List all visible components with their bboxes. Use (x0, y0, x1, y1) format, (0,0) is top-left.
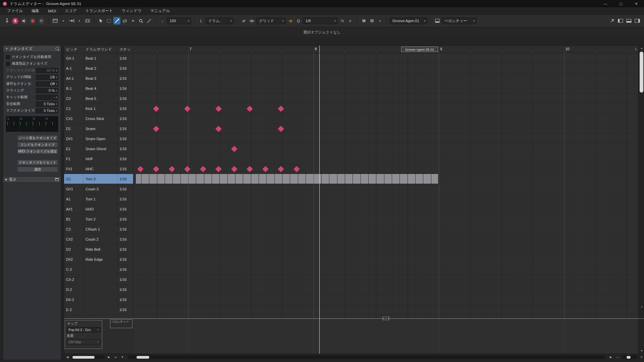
list-scrollbar-thumb[interactable] (72, 356, 95, 359)
drum-lane-row[interactable]: G1Tom 31/16 (64, 174, 133, 184)
drum-lane-row[interactable]: G#1Crash 31/16 (64, 184, 133, 194)
solo-button[interactable]: S (12, 18, 18, 24)
eraser-tool[interactable] (121, 17, 128, 24)
quantize-reset-button[interactable]: クオンタイズをリセット (17, 160, 58, 165)
list-scrollbar-track[interactable] (71, 355, 105, 359)
edited-part-dropdown[interactable]: Groove Agen.01 ▾ (390, 17, 427, 24)
drum-note[interactable] (137, 165, 144, 172)
stepper-down-icon[interactable]: ▾ (56, 84, 57, 85)
drum-lane-row[interactable]: C1Kick 11/16 (64, 104, 133, 114)
pointer-mode-dropdown[interactable]: ドラム. ▾ (206, 17, 234, 24)
event-colors-button[interactable] (368, 17, 375, 24)
lane-preset-dropdown-arrow[interactable]: ▼ (120, 355, 125, 360)
setup-window-button[interactable] (52, 17, 59, 24)
drum-lane-row[interactable]: G#-1Beat 11/16 (64, 53, 133, 63)
drum-lane-row[interactable]: C-21/16 (64, 264, 133, 275)
menu-item-4[interactable]: トランスポート (81, 7, 117, 14)
minimize-button[interactable]: — (598, 0, 613, 7)
grid-scrollbar-thumb[interactable] (137, 356, 149, 359)
drum-lane-row[interactable]: D#1Snare Open1/16 (64, 134, 133, 144)
controller-lane-grid[interactable] (133, 319, 638, 354)
menu-item-5[interactable]: ウィンドウ (117, 7, 146, 14)
open-quantize-panel-button[interactable]: e (347, 17, 354, 24)
drum-note[interactable] (183, 165, 191, 172)
loop-button[interactable]: ↻ (38, 18, 45, 24)
drum-lane-row[interactable]: D1Snare1/16 (64, 124, 133, 134)
drum-note[interactable] (246, 105, 253, 112)
quantize-preset-dropdown[interactable]: 1/8 ▾ (303, 17, 338, 24)
drum-lane-row[interactable]: E1Snare Ghost1/16 (64, 144, 133, 154)
drum-lane-row[interactable]: D#-21/16 (64, 295, 133, 305)
drum-lane-row[interactable]: B-1Beat 41/16 (64, 83, 133, 94)
drum-note[interactable] (293, 165, 300, 172)
field-value[interactable]: 0 %▴▾ (36, 88, 58, 93)
soft-quantize-checkbox[interactable] (6, 62, 10, 66)
drum-note[interactable] (230, 145, 237, 152)
drum-note[interactable] (183, 105, 191, 112)
drum-lane-row[interactable]: E-21/16 (64, 305, 133, 315)
length-section-header[interactable]: ▶ 長さ (3, 176, 61, 183)
drum-lane-row[interactable]: A-1Beat 21/16 (64, 63, 133, 73)
list-scroll-left-button[interactable]: ◀ (65, 355, 70, 360)
stepper-down-icon[interactable]: ▾ (56, 77, 57, 79)
snap-button[interactable] (248, 17, 255, 24)
field-value[interactable]: 0 Ticks▴▾ (36, 108, 58, 113)
note-grid[interactable] (133, 53, 638, 318)
pin-icon[interactable] (3, 17, 10, 24)
drum-note[interactable] (215, 165, 222, 172)
drum-lane-row[interactable]: A#1HHO1/16 (64, 204, 133, 214)
quantize-snap-icon[interactable]: −|+ (287, 17, 294, 24)
menu-item-0[interactable]: ファイル (3, 7, 27, 14)
mute-tool[interactable]: × (129, 17, 137, 24)
grid-type-dropdown[interactable]: グリッド ▾ (256, 17, 286, 24)
stepper-arrows[interactable]: ▴▾ (56, 69, 57, 72)
drum-note[interactable] (152, 105, 159, 112)
stepper-down-icon[interactable]: ▾ (56, 97, 57, 99)
event-colors-dropdown-arrow[interactable]: ▾ (376, 17, 383, 24)
vertical-scrollbar-thumb[interactable] (640, 52, 643, 93)
quantize-button-2[interactable]: MIDI クオンタイズを固定 (17, 148, 58, 154)
close-button[interactable]: × (629, 0, 644, 7)
vertical-scrollbar[interactable]: ▲ ● ▼ (638, 46, 644, 354)
auto-apply-checkbox[interactable] (6, 55, 10, 59)
scroll-up-button[interactable]: ▲ (639, 46, 644, 50)
drum-note[interactable] (246, 165, 253, 172)
record-button[interactable] (30, 18, 36, 24)
stepper-arrows[interactable]: ▴▾ (56, 109, 57, 112)
drum-lane-row[interactable]: F1HHF1/16 (64, 154, 133, 164)
part-borders-button[interactable] (84, 17, 91, 24)
zoom-slider-track[interactable] (622, 355, 637, 359)
setup-dropdown-arrow[interactable]: ▾ (60, 17, 67, 24)
stepper-down-icon[interactable]: ▾ (56, 90, 57, 92)
lane-resize-handle[interactable] (383, 317, 389, 320)
drum-note[interactable] (277, 165, 284, 172)
menu-item-6[interactable]: マニュアル (146, 7, 174, 14)
l-mode-button[interactable]: L (198, 17, 205, 24)
quantize-button-0[interactable]: ノート長をクオンタイズ (17, 135, 58, 141)
lower-zone-toggle[interactable] (625, 17, 632, 24)
drum-note[interactable] (215, 105, 222, 112)
length-quantize-button[interactable]: ½ (339, 17, 346, 24)
drum-note[interactable] (152, 165, 159, 172)
drumstick-tool[interactable] (113, 17, 120, 24)
zoom-tool[interactable] (138, 17, 145, 24)
iterative-quantize-button[interactable]: Q (295, 17, 302, 24)
add-lane-button[interactable]: + (113, 355, 118, 360)
stepper-down-icon[interactable]: ▾ (56, 70, 57, 72)
list-scroll-right-button[interactable]: ▶ (106, 355, 112, 360)
right-zone-toggle[interactable] (634, 17, 641, 24)
drum-note[interactable] (152, 125, 159, 132)
drum-note[interactable] (277, 105, 284, 112)
drum-lane-row[interactable]: C#-21/16 (64, 275, 133, 285)
acoustic-feedback-button[interactable] (21, 18, 27, 24)
drum-note[interactable] (199, 165, 206, 172)
quantize-panel-header[interactable]: ▼ クオンタイズ (3, 46, 61, 52)
drum-lane-row[interactable]: C#2Crash 21/16 (64, 234, 133, 244)
drum-lane-row[interactable]: D-21/16 (64, 285, 133, 295)
autoscroll-dropdown-arrow[interactable]: ▾ (76, 17, 83, 24)
drum-note[interactable] (262, 165, 269, 172)
quantize-apply-button[interactable]: 適用 (17, 167, 58, 172)
zoom-slider-thumb[interactable] (627, 356, 631, 359)
drum-lane-row[interactable]: C0Beat 51/16 (64, 94, 133, 104)
open-in-separate-window-button[interactable] (608, 17, 615, 24)
